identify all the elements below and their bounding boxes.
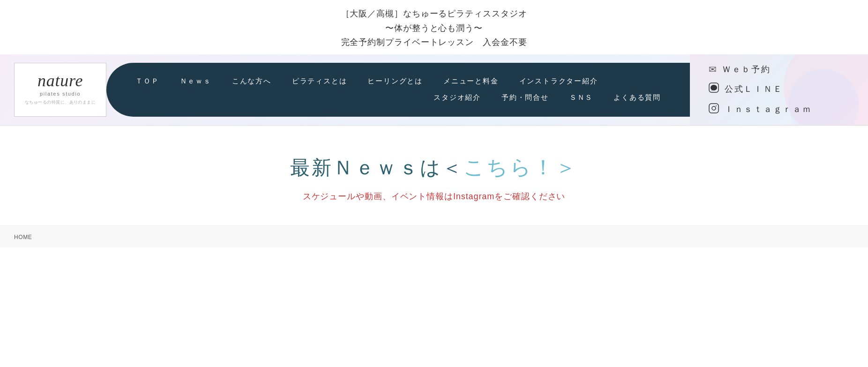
instagram-icon bbox=[709, 103, 719, 116]
web-reservation-label: Ｗｅｂ予約 bbox=[722, 64, 771, 75]
cta-area: ✉ Ｗｅｂ予約 公式ＬＩＮＥ bbox=[690, 54, 868, 125]
svg-point-2 bbox=[712, 106, 716, 110]
nav-item-healing[interactable]: ヒーリングとは bbox=[357, 74, 433, 89]
instagram-link[interactable]: Ｉｎｓｔａｇｒａｍ bbox=[709, 103, 812, 116]
nav-item-top[interactable]: ＴＯＰ bbox=[125, 74, 169, 89]
news-title: 最新Ｎｅｗｓは＜こちら！＞ bbox=[9, 154, 859, 181]
svg-rect-1 bbox=[709, 104, 718, 113]
nav-item-faq[interactable]: よくある質問 bbox=[603, 90, 671, 105]
nav-item-instructor[interactable]: インストラクター紹介 bbox=[509, 74, 608, 89]
web-reservation-link[interactable]: ✉ Ｗｅｂ予約 bbox=[709, 64, 771, 75]
top-banner: ［大阪／高槻］なちゅーるピラティススタジオ 〜体が整うと心も潤う〜 完全予約制プ… bbox=[0, 0, 868, 54]
news-title-prefix: 最新Ｎｅｗｓは＜ bbox=[290, 157, 464, 179]
logo-sub: pilates studio bbox=[40, 91, 81, 97]
nav-item-menu[interactable]: メニューと料金 bbox=[433, 74, 509, 89]
news-section: 最新Ｎｅｗｓは＜こちら！＞ スケジュールや動画、イベント情報はInstagram… bbox=[0, 126, 868, 225]
nav-item-reservation[interactable]: 予約・問合せ bbox=[491, 90, 559, 105]
bottom-strip: HOME bbox=[0, 225, 868, 247]
line-link[interactable]: 公式ＬＩＮＥ bbox=[709, 82, 783, 96]
svg-point-3 bbox=[716, 105, 717, 106]
nav-row-2: スタジオ紹介 予約・問合せ ＳＮＳ よくある質問 bbox=[125, 90, 671, 105]
banner-line2: 〜体が整うと心も潤う〜 bbox=[0, 21, 868, 36]
logo-main: nature bbox=[37, 72, 83, 90]
logo-tagline: なちゅーるの特質に、ありのままに bbox=[25, 99, 96, 105]
envelope-icon: ✉ bbox=[709, 64, 717, 75]
news-subtitle: スケジュールや動画、イベント情報はInstagramをご確認ください bbox=[9, 191, 859, 202]
banner-line1: ［大阪／高槻］なちゅーるピラティススタジオ bbox=[0, 7, 868, 21]
nav-item-studio[interactable]: スタジオ紹介 bbox=[423, 90, 491, 105]
logo-area: nature pilates studio なちゅーるの特質に、ありのままに bbox=[14, 63, 106, 117]
nav-item-news[interactable]: Ｎｅｗｓ bbox=[170, 74, 222, 89]
nav-item-sns[interactable]: ＳＮＳ bbox=[559, 90, 603, 105]
nav-row-1: ＴＯＰ Ｎｅｗｓ こんな方へ ピラティスとは ヒーリングとは メニューと料金 イ… bbox=[125, 74, 671, 89]
instagram-label: Ｉｎｓｔａｇｒａｍ bbox=[725, 104, 812, 115]
line-label: 公式ＬＩＮＥ bbox=[725, 83, 783, 95]
nav-item-pilates[interactable]: ピラティスとは bbox=[282, 74, 358, 89]
breadcrumb-home[interactable]: HOME bbox=[14, 234, 32, 240]
line-icon bbox=[709, 82, 719, 96]
nav-item-for-whom[interactable]: こんな方へ bbox=[222, 74, 282, 89]
banner-line3: 完全予約制プライベートレッスン 入会金不要 bbox=[0, 35, 868, 50]
news-title-highlight[interactable]: こちら！＞ bbox=[464, 156, 578, 179]
navigation: ＴＯＰ Ｎｅｗｓ こんな方へ ピラティスとは ヒーリングとは メニューと料金 イ… bbox=[106, 63, 690, 117]
